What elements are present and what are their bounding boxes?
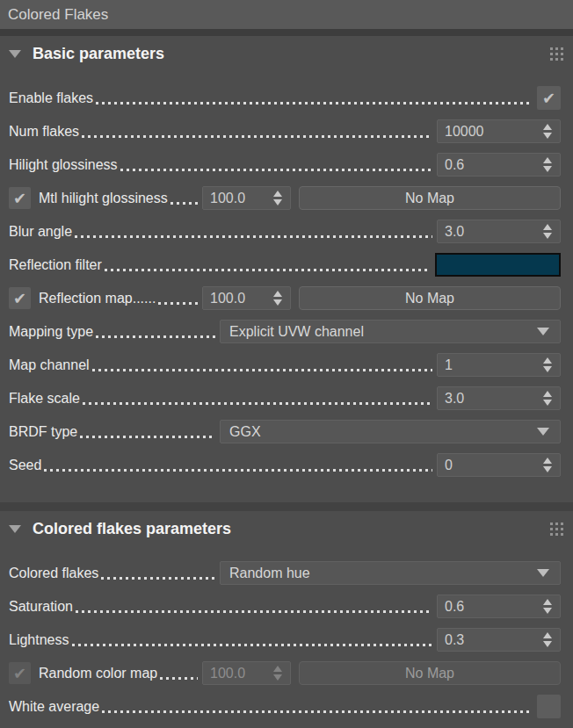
num-flakes-spinner: 10000: [437, 119, 561, 143]
hilight-glossiness-label: Hilight glossiness: [9, 157, 118, 173]
dotted-leader: [96, 335, 215, 338]
reflection-map-amount-input[interactable]: 100.0: [203, 291, 268, 306]
hilight-glossiness-spinner: 0.6: [437, 153, 561, 177]
dotted-leader: [170, 202, 198, 205]
dotted-leader: [80, 436, 215, 438]
chevron-down-icon: [537, 428, 549, 436]
spinner-down-button[interactable]: [543, 166, 552, 172]
reflection-filter-label: Reflection filter: [9, 257, 102, 273]
brdf-type-dropdown[interactable]: GGX: [220, 420, 561, 443]
flake-scale-spinner: 3.0: [437, 386, 561, 410]
map-channel-spinner: 1: [437, 353, 561, 377]
collapse-arrow-icon: [9, 50, 21, 58]
spinner-arrows: [538, 458, 560, 472]
drag-handle-icon[interactable]: [550, 47, 563, 61]
map-channel-input[interactable]: 1: [438, 357, 538, 373]
row-blur-angle: Blur angle 3.0: [9, 220, 561, 243]
mapping-type-value: Explicit UVW channel: [229, 324, 364, 340]
seed-spinner: 0: [437, 453, 561, 477]
dotted-leader: [160, 677, 198, 680]
reflection-map-button[interactable]: No Map: [299, 286, 561, 310]
num-flakes-label: Num flakes: [9, 124, 79, 140]
row-random-color-map: ✔ Random color map 100.0 No Map: [9, 661, 561, 685]
row-enable-flakes: Enable flakes ✔: [9, 86, 561, 110]
spinner-up-button[interactable]: [273, 191, 282, 197]
spinner-up-button[interactable]: [543, 599, 552, 605]
dotted-leader: [72, 644, 433, 646]
spinner-up-button[interactable]: [273, 291, 282, 297]
spinner-down-button[interactable]: [543, 400, 552, 406]
hilight-glossiness-input[interactable]: 0.6: [438, 157, 538, 173]
spinner-down-button[interactable]: [543, 366, 552, 372]
mapping-type-label: Mapping type: [9, 324, 93, 340]
lightness-input[interactable]: 0.3: [438, 632, 538, 648]
random-color-map-amount-input: 100.0: [203, 666, 268, 681]
enable-flakes-checkbox[interactable]: ✔: [537, 86, 561, 110]
spinner-down-button[interactable]: [543, 233, 552, 239]
spinner-arrows: [538, 124, 560, 139]
mtl-hilight-glossiness-amount-input[interactable]: 100.0: [203, 191, 268, 206]
dotted-leader: [158, 302, 198, 305]
row-map-channel: Map channel 1: [9, 353, 561, 377]
spinner-up-button[interactable]: [543, 157, 552, 163]
colored-flakes-dropdown[interactable]: Random hue: [220, 561, 561, 585]
spinner-down-button: [273, 674, 282, 681]
reflection-map-checkbox[interactable]: ✔: [9, 287, 31, 309]
spinner-up-button[interactable]: [543, 357, 552, 364]
flake-scale-input[interactable]: 3.0: [438, 391, 538, 407]
mapping-type-dropdown[interactable]: Explicit UVW channel: [220, 320, 561, 343]
spinner-down-button[interactable]: [543, 608, 552, 614]
colored-flakes-value: Random hue: [229, 566, 310, 581]
blur-angle-input[interactable]: 3.0: [438, 224, 538, 240]
spinner-up-button[interactable]: [543, 458, 552, 464]
reflection-map-label: Reflection map......: [39, 291, 156, 306]
spinner-down-button[interactable]: [543, 641, 552, 647]
spinner-up-button[interactable]: [543, 224, 552, 230]
blur-angle-label: Blur angle: [9, 224, 72, 240]
spinner-down-button[interactable]: [273, 299, 282, 306]
row-saturation: Saturation 0.6: [9, 595, 561, 618]
spinner-down-button[interactable]: [273, 199, 282, 205]
row-colored-flakes: Colored flakes Random hue: [9, 561, 561, 585]
spinner-arrows: [538, 391, 560, 406]
spinner-up-button: [273, 666, 282, 672]
check-icon: ✔: [13, 191, 26, 206]
spinner-down-button[interactable]: [543, 133, 552, 139]
rollout-title: Basic parameters: [33, 45, 164, 63]
random-color-map-button: No Map: [299, 661, 561, 685]
row-white-average: White average: [9, 695, 561, 718]
drag-handle-icon[interactable]: [550, 523, 563, 536]
num-flakes-input[interactable]: 10000: [438, 124, 538, 140]
titlebar-separator: [0, 29, 573, 36]
lightness-label: Lightness: [9, 632, 69, 648]
spinner-up-button[interactable]: [543, 124, 552, 130]
white-average-label: White average: [9, 699, 99, 715]
seed-input[interactable]: 0: [438, 458, 538, 473]
spinner-up-button[interactable]: [543, 391, 552, 397]
rollout-title: Colored flakes parameters: [33, 520, 231, 538]
rollout-separator: [0, 502, 573, 511]
spinner-arrows: [538, 224, 560, 239]
reflection-filter-color-swatch[interactable]: [435, 253, 561, 277]
rollout-header-colored-flakes-parameters[interactable]: Colored flakes parameters: [0, 511, 573, 546]
mtl-hilight-glossiness-checkbox[interactable]: ✔: [9, 187, 31, 209]
enable-flakes-label: Enable flakes: [9, 90, 93, 106]
row-num-flakes: Num flakes 10000: [9, 119, 561, 143]
rollout-header-basic-parameters[interactable]: Basic parameters: [0, 36, 573, 71]
seed-label: Seed: [9, 458, 41, 473]
saturation-input[interactable]: 0.6: [438, 599, 538, 615]
white-average-checkbox[interactable]: [537, 695, 561, 718]
colored-flakes-label: Colored flakes: [9, 566, 98, 581]
collapse-arrow-icon: [9, 525, 21, 533]
dotted-leader: [75, 235, 432, 238]
flake-scale-label: Flake scale: [9, 391, 80, 407]
spinner-down-button[interactable]: [543, 466, 552, 472]
spinner-arrows: [538, 599, 560, 614]
section-gap: [0, 477, 573, 502]
mtl-hilight-glossiness-map-button[interactable]: No Map: [299, 186, 561, 210]
row-hilight-glossiness: Hilight glossiness 0.6: [9, 153, 561, 177]
row-mtl-hilight-glossiness: ✔ Mtl hilight glossiness 100.0 No Map: [9, 186, 561, 210]
check-icon: ✔: [542, 90, 555, 106]
spinner-up-button[interactable]: [543, 632, 552, 638]
spinner-arrows: [268, 191, 290, 205]
